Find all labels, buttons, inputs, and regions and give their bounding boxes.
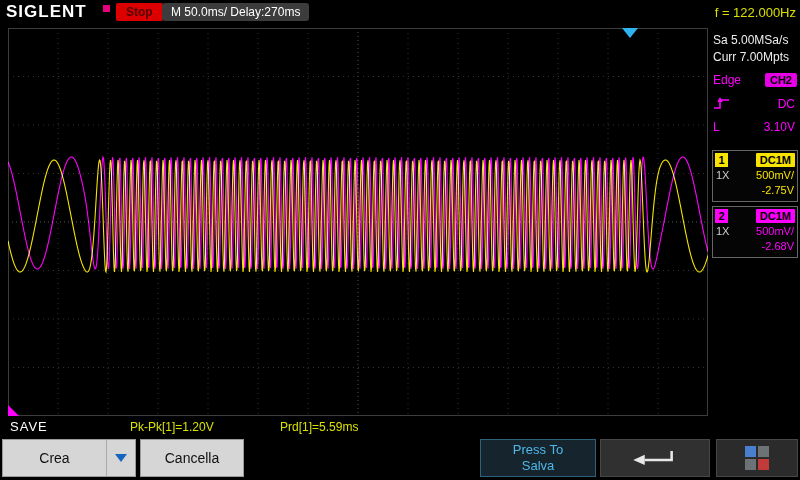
- channel1-probe: 1X: [716, 169, 729, 181]
- timebase-readout[interactable]: M 50.0ms/ Delay:270ms: [162, 3, 309, 21]
- pages-grid-icon: [745, 446, 769, 470]
- channel2-coupling-badge: DC1M: [756, 209, 795, 223]
- trigger-source-badge: CH2: [765, 73, 797, 87]
- return-arrow-icon: [623, 443, 687, 473]
- trigger-level-value: 3.10V: [764, 119, 795, 135]
- press-to-save-button[interactable]: Press To Salva: [480, 439, 596, 477]
- menu-pages-button[interactable]: [716, 439, 798, 477]
- trigger-level-label: L: [713, 120, 720, 134]
- waveform-traces: [8, 157, 708, 272]
- cancel-button-label: Cancella: [165, 450, 219, 466]
- trigger-row-coupling[interactable]: DC: [713, 96, 797, 112]
- channel2-scale: 500mV/: [756, 225, 794, 237]
- channel2-probe: 1X: [716, 225, 729, 237]
- waveform-display: [8, 28, 708, 416]
- waveform-svg: [8, 28, 708, 416]
- back-button[interactable]: [600, 439, 710, 477]
- chevron-down-icon: [115, 454, 127, 462]
- create-dropdown[interactable]: [106, 440, 135, 476]
- trigger-mode-label: Edge: [713, 73, 741, 87]
- ch2-offset-offscreen-marker[interactable]: [8, 405, 19, 416]
- trigger-row-mode[interactable]: Edge CH2: [713, 72, 797, 88]
- channel2-offset: -2.68V: [762, 240, 794, 252]
- create-button[interactable]: Crea: [2, 439, 136, 477]
- trigger-position-marker[interactable]: [622, 28, 638, 38]
- menu-mode-title: SAVE: [10, 419, 48, 434]
- channel1-coupling-badge: DC1M: [756, 153, 795, 167]
- cancel-button[interactable]: Cancella: [140, 439, 244, 477]
- oscilloscope-screen: SIGLENT Stop M 50.0ms/ Delay:270ms f = 1…: [0, 0, 800, 480]
- trigger-row-level[interactable]: L 3.10V: [713, 119, 797, 135]
- channel2-info-box[interactable]: 2 DC1M 1X 500mV/ -2.68V: [712, 206, 798, 258]
- press-to-save-line1: Press To: [513, 442, 563, 458]
- sample-rate: Sa 5.00MSa/s: [713, 32, 797, 48]
- channel1-info-box[interactable]: 1 DC1M 1X 500mV/ -2.75V: [712, 150, 798, 202]
- rising-edge-icon: [713, 96, 731, 110]
- memory-depth: Curr 7.00Mpts: [713, 49, 797, 65]
- channel1-offset: -2.75V: [762, 184, 794, 196]
- press-to-save-line2: Salva: [522, 458, 555, 474]
- channel1-number-badge: 1: [715, 153, 728, 167]
- brand-logo: SIGLENT: [6, 2, 87, 22]
- create-button-label: Crea: [3, 450, 106, 466]
- channel1-scale: 500mV/: [756, 169, 794, 181]
- trigger-coupling: DC: [778, 96, 795, 112]
- measurement-period: Prd[1]=5.59ms: [280, 420, 358, 434]
- status-bar: SIGLENT Stop M 50.0ms/ Delay:270ms f = 1…: [0, 0, 800, 26]
- run-state-badge[interactable]: Stop: [116, 3, 163, 21]
- brand-logo-mark: [103, 5, 110, 12]
- softkey-menu-bar: Crea Cancella Press To Salva: [0, 438, 800, 480]
- measurement-row: SAVE Pk-Pk[1]=1.20V Prd[1]=5.59ms: [0, 417, 710, 438]
- frequency-counter: f = 122.000Hz: [715, 5, 796, 20]
- channel2-number-badge: 2: [715, 209, 728, 223]
- measurement-pkpk: Pk-Pk[1]=1.20V: [130, 420, 214, 434]
- right-info-panel: Sa 5.00MSa/s Curr 7.00Mpts Edge CH2 DC L…: [710, 26, 800, 436]
